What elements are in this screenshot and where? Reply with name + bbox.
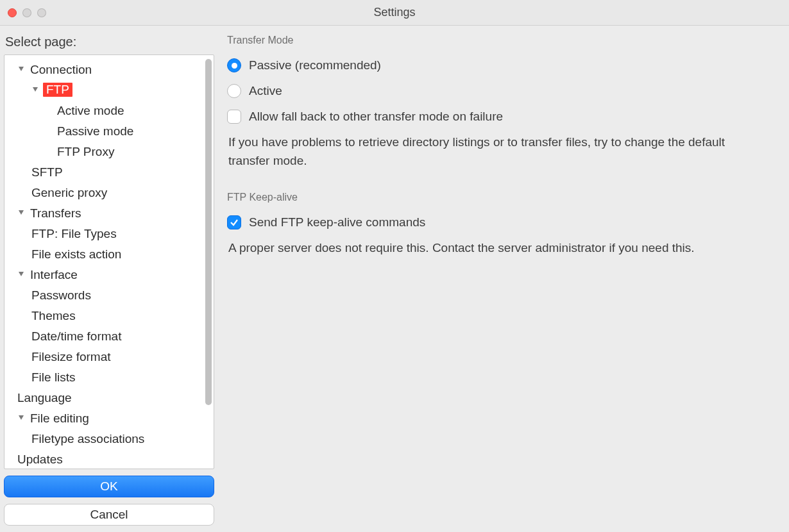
tree-item-label: File lists (31, 371, 76, 383)
tree-item[interactable]: File editing (8, 408, 212, 428)
checkbox-icon[interactable] (227, 215, 241, 229)
disclosure-triangle-icon[interactable] (17, 209, 25, 217)
tree-item-label: Generic proxy (31, 187, 107, 199)
close-window-icon[interactable] (8, 8, 17, 17)
tree-item-label: Passive mode (57, 125, 133, 137)
tree-item[interactable]: Passwords (8, 285, 212, 305)
tree-item[interactable]: Filesize format (8, 346, 212, 367)
checkbox-icon[interactable] (227, 110, 241, 124)
tree-item[interactable]: Filetype associations (8, 428, 212, 449)
tree-item-label: FTP: File Types (31, 228, 117, 240)
option-label: Active (249, 84, 282, 98)
svg-marker-4 (19, 415, 24, 420)
checkbox-option[interactable]: Allow fall back to other transfer mode o… (227, 104, 780, 129)
zoom-window-icon[interactable] (37, 8, 46, 17)
content: Select page: ConnectionFTPActive modePas… (0, 26, 789, 532)
tree-item-label: Themes (31, 310, 76, 322)
group-description: A proper server does not require this. C… (227, 235, 759, 260)
tree-item[interactable]: Passive mode (8, 121, 212, 141)
tree-item-label: Updates (17, 453, 63, 465)
option-label: Send FTP keep-alive commands (249, 215, 425, 229)
cancel-button[interactable]: Cancel (4, 504, 214, 526)
window-controls (0, 8, 46, 17)
dialog-buttons: OK Cancel (4, 476, 214, 526)
tree-item[interactable]: Transfers (8, 203, 212, 223)
tree-item[interactable]: Connection (8, 59, 212, 79)
tree-item-label: Active mode (57, 104, 124, 117)
minimize-window-icon[interactable] (22, 8, 31, 17)
settings-group: Transfer ModePassive (recommended)Active… (218, 26, 789, 183)
scrollbar[interactable] (205, 59, 212, 405)
tree-item[interactable]: File exists action (8, 244, 212, 264)
tree-item[interactable]: Language (8, 387, 212, 408)
group-title: FTP Keep-alive (227, 188, 780, 210)
tree-item-label: Connection (30, 63, 92, 76)
checkbox-option[interactable]: Send FTP keep-alive commands (227, 210, 780, 235)
svg-marker-2 (19, 210, 24, 215)
tree-item-label: SFTP (31, 166, 63, 178)
tree-item-label: Language (17, 392, 72, 404)
tree-item[interactable]: Updates (8, 449, 212, 469)
tree-item-label: Interface (30, 269, 78, 281)
tree-item-label: FTP Proxy (57, 145, 114, 158)
settings-tree-list[interactable]: ConnectionFTPActive modePassive modeFTP … (4, 55, 214, 469)
tree-item[interactable]: Interface (8, 264, 212, 285)
tree-item[interactable]: FTP: File Types (8, 223, 212, 244)
tree-item[interactable]: SFTP (8, 162, 212, 182)
disclosure-triangle-icon[interactable] (17, 414, 25, 422)
tree-item[interactable]: FTP (8, 79, 212, 100)
window-title: Settings (0, 6, 789, 19)
ok-button[interactable]: OK (4, 476, 214, 497)
settings-panel: Transfer ModePassive (recommended)Active… (218, 26, 789, 532)
radio-icon[interactable] (227, 84, 241, 98)
svg-marker-1 (33, 87, 38, 92)
group-title: Transfer Mode (227, 31, 780, 53)
tree-item-label: Passwords (31, 289, 91, 301)
disclosure-triangle-icon[interactable] (31, 86, 39, 94)
tree-item-label: Date/time format (31, 330, 121, 342)
option-label: Allow fall back to other transfer mode o… (249, 110, 503, 124)
radio-option[interactable]: Passive (recommended) (227, 53, 780, 78)
tree-item[interactable]: Themes (8, 305, 212, 326)
tree-item[interactable]: Generic proxy (8, 182, 212, 203)
disclosure-triangle-icon[interactable] (17, 270, 25, 278)
group-description: If you have problems to retrieve directo… (227, 129, 759, 172)
sidebar: Select page: ConnectionFTPActive modePas… (0, 26, 218, 532)
svg-marker-3 (19, 272, 24, 276)
tree-item[interactable]: File lists (8, 367, 212, 387)
settings-group: FTP Keep-aliveSend FTP keep-alive comman… (218, 183, 789, 270)
disclosure-triangle-icon[interactable] (17, 65, 25, 73)
sidebar-heading: Select page: (4, 31, 214, 54)
radio-icon[interactable] (227, 58, 241, 72)
option-label: Passive (recommended) (249, 58, 381, 72)
tree-item-label: Transfers (30, 207, 81, 219)
tree-item[interactable]: FTP Proxy (8, 141, 212, 162)
titlebar: Settings (0, 0, 789, 26)
tree-item[interactable]: Active mode (8, 100, 212, 121)
svg-marker-0 (19, 67, 24, 71)
tree-item-label: File editing (30, 412, 89, 424)
tree-item-label: Filesize format (31, 351, 111, 363)
tree-item-label: FTP (43, 83, 72, 97)
tree-item-label: File exists action (31, 248, 121, 260)
tree-item-label: Filetype associations (31, 433, 144, 445)
tree-item[interactable]: Date/time format (8, 326, 212, 346)
radio-option[interactable]: Active (227, 78, 780, 104)
settings-tree: ConnectionFTPActive modePassive modeFTP … (4, 54, 214, 469)
